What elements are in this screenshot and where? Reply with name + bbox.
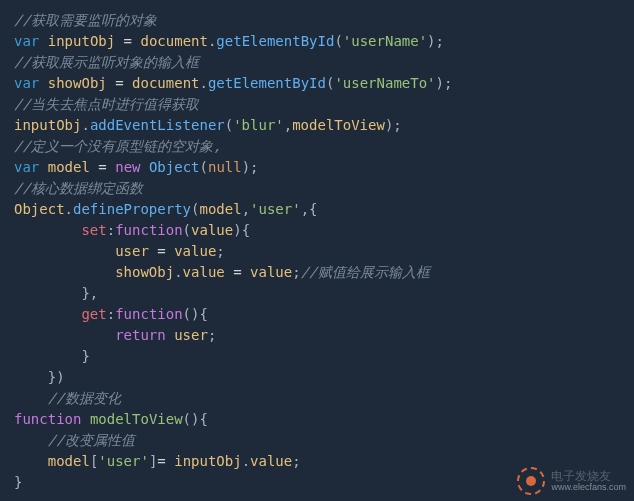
code-line: showObj.value = value;//赋值给展示输入框 [14,262,620,283]
code-line: } [14,346,620,367]
code-line: return user; [14,325,620,346]
code-line: //改变属性值 [14,430,620,451]
watermark-text: 电子发烧友 www.elecfans.com [551,470,626,492]
code-line: inputObj.addEventListener('blur',modelTo… [14,115,620,136]
code-line: //定义一个没有原型链的空对象, [14,136,620,157]
code-line: Object.defineProperty(model,'user',{ [14,199,620,220]
code-line: //核心数据绑定函数 [14,178,620,199]
code-line: var showObj = document.getElementById('u… [14,73,620,94]
code-line: //获取展示监听对象的输入框 [14,52,620,73]
code-block: //获取需要监听的对象var inputObj = document.getEl… [14,10,620,493]
code-line: //获取需要监听的对象 [14,10,620,31]
code-line: //当失去焦点时进行值得获取 [14,94,620,115]
code-line: get:function(){ [14,304,620,325]
code-line: var model = new Object(null); [14,157,620,178]
code-line: }) [14,367,620,388]
code-line: }, [14,283,620,304]
code-line: user = value; [14,241,620,262]
code-line: function modelToView(){ [14,409,620,430]
code-line: //数据变化 [14,388,620,409]
code-line: var inputObj = document.getElementById('… [14,31,620,52]
logo-icon [517,467,545,495]
watermark-title: 电子发烧友 [551,470,626,483]
watermark: 电子发烧友 www.elecfans.com [517,467,626,495]
watermark-url: www.elecfans.com [551,483,626,492]
code-line: set:function(value){ [14,220,620,241]
